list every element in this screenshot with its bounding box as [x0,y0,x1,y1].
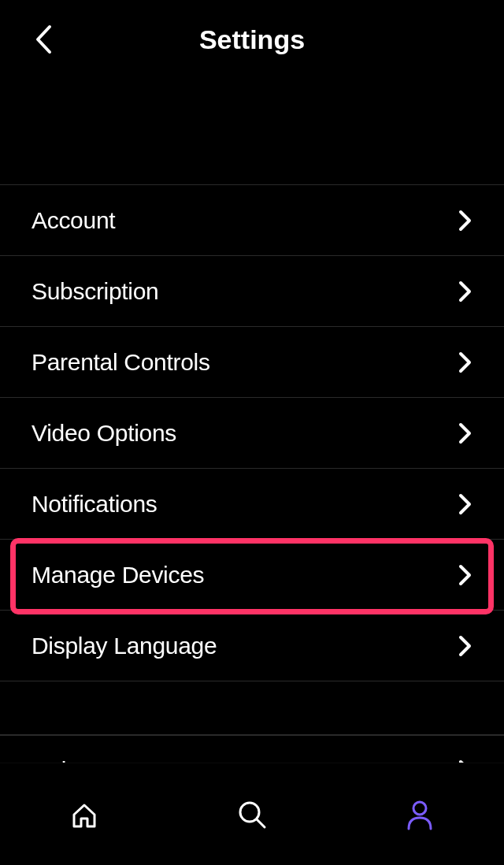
nav-home[interactable] [65,795,104,834]
settings-list: Account Subscription Parental Controls V… [0,184,504,681]
svg-line-1 [257,819,265,827]
bottom-navigation [0,763,504,865]
settings-item-label: Manage Devices [32,562,204,588]
chevron-right-icon [458,280,472,303]
chevron-left-icon [34,24,53,54]
back-button[interactable] [32,24,55,55]
settings-item-label: Account [32,207,115,234]
home-icon [69,799,100,830]
header: Settings [0,0,504,79]
settings-item-label: Display Language [32,633,217,659]
settings-item-help[interactable]: Help [0,735,504,767]
chevron-right-icon [458,351,472,373]
settings-item-video-options[interactable]: Video Options [0,398,504,469]
settings-item-label: Notifications [32,491,158,518]
settings-item-notifications[interactable]: Notifications [0,469,504,540]
chevron-right-icon [458,564,472,586]
page-title: Settings [16,24,488,55]
settings-item-manage-devices[interactable]: Manage Devices [0,540,504,611]
settings-item-subscription[interactable]: Subscription [0,256,504,327]
chevron-right-icon [458,210,472,232]
search-icon [236,799,268,830]
header-spacer [0,79,504,184]
settings-item-display-language[interactable]: Display Language [0,611,504,681]
chevron-right-icon [458,493,472,515]
section-divider [0,681,504,735]
nav-search[interactable] [232,795,272,834]
settings-item-parental-controls[interactable]: Parental Controls [0,327,504,398]
chevron-right-icon [458,635,472,657]
chevron-right-icon [458,422,472,444]
profile-icon [404,799,435,830]
settings-item-account[interactable]: Account [0,185,504,256]
svg-point-2 [413,802,426,815]
settings-item-label: Video Options [32,420,176,447]
nav-profile[interactable] [400,795,439,834]
settings-item-label: Subscription [32,278,159,305]
settings-item-label: Parental Controls [32,349,210,376]
